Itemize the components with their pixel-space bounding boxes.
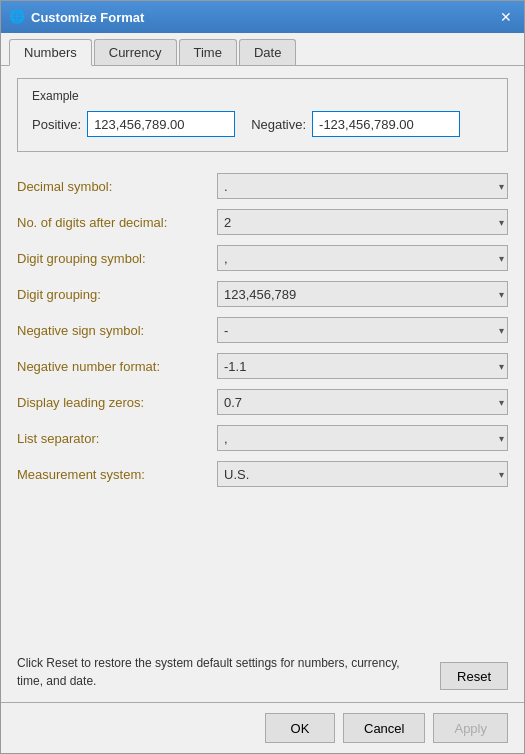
- setting-row: Display leading zeros:0.7.7▾: [17, 384, 508, 420]
- setting-select-8[interactable]: U.S.Metric: [217, 461, 508, 487]
- select-wrapper: -1.1- 1.11.1-1.1 -(1.1)▾: [217, 353, 508, 379]
- negative-input[interactable]: [312, 111, 460, 137]
- select-wrapper: 123,456,78912,34,56,789123456789▾: [217, 281, 508, 307]
- setting-label: Decimal symbol:: [17, 179, 217, 194]
- window-title: Customize Format: [31, 10, 144, 25]
- tab-currency[interactable]: Currency: [94, 39, 177, 65]
- apply-button[interactable]: Apply: [433, 713, 508, 743]
- setting-row: Decimal symbol:.,▾: [17, 168, 508, 204]
- setting-select-2[interactable]: ,. None: [217, 245, 508, 271]
- tab-numbers[interactable]: Numbers: [9, 39, 92, 66]
- setting-row: Negative number format:-1.1- 1.11.1-1.1 …: [17, 348, 508, 384]
- positive-input[interactable]: [87, 111, 235, 137]
- setting-row: List separator:,;|▾: [17, 420, 508, 456]
- title-bar-left: 🌐 Customize Format: [9, 9, 144, 25]
- setting-row: Digit grouping:123,456,78912,34,56,78912…: [17, 276, 508, 312]
- setting-label: Display leading zeros:: [17, 395, 217, 410]
- select-wrapper: 0.7.7▾: [217, 389, 508, 415]
- cancel-button[interactable]: Cancel: [343, 713, 425, 743]
- setting-label: Measurement system:: [17, 467, 217, 482]
- setting-label: Digit grouping:: [17, 287, 217, 302]
- setting-select-7[interactable]: ,;|: [217, 425, 508, 451]
- select-wrapper: U.S.Metric▾: [217, 461, 508, 487]
- setting-label: List separator:: [17, 431, 217, 446]
- footer-note: Click Reset to restore the system defaul…: [17, 644, 508, 690]
- setting-row: Negative sign symbol:-(()▾: [17, 312, 508, 348]
- setting-row: Measurement system:U.S.Metric▾: [17, 456, 508, 492]
- positive-label: Positive:: [32, 117, 81, 132]
- select-wrapper: -(()▾: [217, 317, 508, 343]
- ok-button[interactable]: OK: [265, 713, 335, 743]
- example-label: Example: [32, 89, 493, 103]
- setting-label: Negative number format:: [17, 359, 217, 374]
- settings-section: Decimal symbol:.,▾No. of digits after de…: [17, 168, 508, 492]
- select-wrapper: ,;|▾: [217, 425, 508, 451]
- tab-time[interactable]: Time: [179, 39, 237, 65]
- customize-format-window: 🌐 Customize Format ✕ Numbers Currency Ti…: [0, 0, 525, 754]
- setting-label: Digit grouping symbol:: [17, 251, 217, 266]
- main-content: Example Positive: Negative: Decimal symb…: [1, 66, 524, 702]
- setting-select-4[interactable]: -((): [217, 317, 508, 343]
- title-bar: 🌐 Customize Format ✕: [1, 1, 524, 33]
- setting-label: Negative sign symbol:: [17, 323, 217, 338]
- footer-note-text: Click Reset to restore the system defaul…: [17, 654, 424, 690]
- setting-select-0[interactable]: .,: [217, 173, 508, 199]
- reset-button[interactable]: Reset: [440, 662, 508, 690]
- close-button[interactable]: ✕: [496, 7, 516, 27]
- select-wrapper: .,▾: [217, 173, 508, 199]
- setting-select-6[interactable]: 0.7.7: [217, 389, 508, 415]
- setting-select-1[interactable]: 0123456789: [217, 209, 508, 235]
- setting-select-5[interactable]: -1.1- 1.11.1-1.1 -(1.1): [217, 353, 508, 379]
- tabs-bar: Numbers Currency Time Date: [1, 33, 524, 66]
- negative-field: Negative:: [251, 111, 460, 137]
- setting-label: No. of digits after decimal:: [17, 215, 217, 230]
- select-wrapper: 0123456789▾: [217, 209, 508, 235]
- bottom-buttons: OK Cancel Apply: [1, 702, 524, 753]
- example-row: Positive: Negative:: [32, 111, 493, 137]
- setting-row: No. of digits after decimal:0123456789▾: [17, 204, 508, 240]
- negative-label: Negative:: [251, 117, 306, 132]
- setting-row: Digit grouping symbol:,. None▾: [17, 240, 508, 276]
- window-icon: 🌐: [9, 9, 25, 25]
- select-wrapper: ,. None▾: [217, 245, 508, 271]
- setting-select-3[interactable]: 123,456,78912,34,56,789123456789: [217, 281, 508, 307]
- tab-date[interactable]: Date: [239, 39, 296, 65]
- positive-field: Positive:: [32, 111, 235, 137]
- example-group: Example Positive: Negative:: [17, 78, 508, 152]
